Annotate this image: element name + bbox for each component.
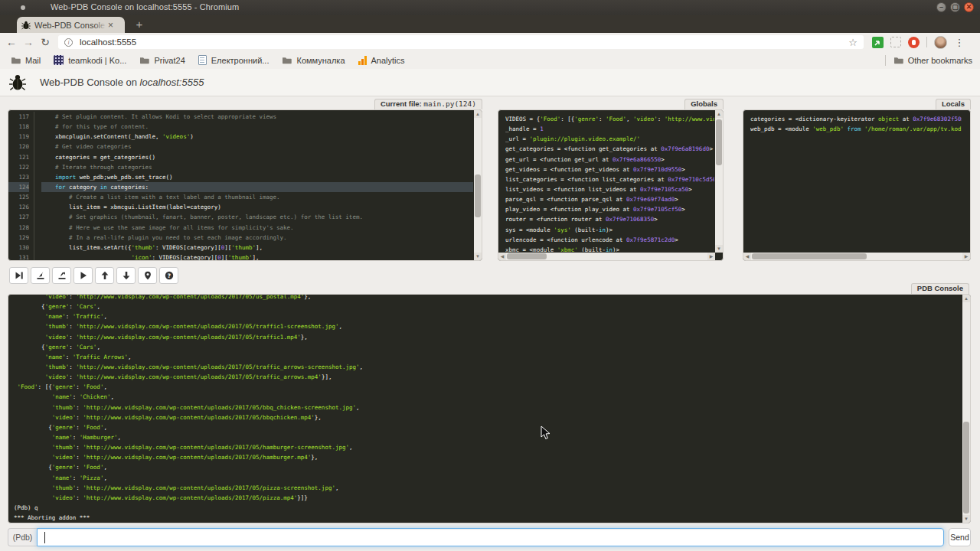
play-icon <box>79 271 88 280</box>
scroll-down-icon[interactable]: ▼ <box>474 253 482 260</box>
pdb-prompt-row: (Pdb) Send <box>8 528 971 546</box>
globals-panel: VIDEOS = {'Food': [{'genre': 'Food', 'vi… <box>498 109 724 261</box>
extension-placeholder-icon[interactable] <box>890 37 901 47</box>
line-number-gutter: 1171181191201211221231241251261271281291… <box>8 112 34 260</box>
extension-stop-icon[interactable] <box>908 37 920 48</box>
scroll-left-icon[interactable]: ◀ <box>743 253 751 260</box>
scroll-up-icon[interactable]: ▲ <box>474 110 482 118</box>
scroll-down-icon[interactable]: ▼ <box>715 245 723 253</box>
url-text[interactable]: localhost:5555 <box>80 37 136 47</box>
pdb-next-button[interactable] <box>9 267 28 284</box>
scroll-down-icon[interactable]: ▼ <box>962 515 970 523</box>
send-button[interactable]: Send <box>949 528 971 546</box>
folder-icon <box>139 56 149 64</box>
map-marker-icon <box>143 271 152 280</box>
bookmark-label: Електронний... <box>211 56 270 65</box>
bug-favicon-icon <box>21 21 31 30</box>
arrow-down-icon <box>122 271 131 280</box>
scroll-left-icon[interactable]: ◀ <box>498 253 506 260</box>
bookmark-label: Mail <box>25 56 41 65</box>
globals-vertical-scrollbar[interactable]: ▲ ▼ <box>715 110 723 253</box>
scroll-up-icon[interactable]: ▲ <box>715 110 723 118</box>
step-forward-icon <box>15 271 24 280</box>
locals-panel: categories = <dictionary-keyiterator obj… <box>743 109 971 261</box>
question-icon: ? <box>165 271 174 280</box>
pdb-up-button[interactable] <box>95 267 114 284</box>
scrollbar-thumb[interactable] <box>475 174 481 217</box>
folder-icon <box>11 56 21 64</box>
svg-text:?: ? <box>167 272 170 279</box>
bookmark-analytics[interactable]: Analytics <box>358 56 405 65</box>
tab-webpdb[interactable]: Web-PDB Console on loca × <box>17 17 125 33</box>
profile-avatar[interactable] <box>934 36 947 49</box>
new-tab-button[interactable]: + <box>132 19 147 31</box>
scrollbar-thumb[interactable] <box>716 119 722 165</box>
forward-icon[interactable]: → <box>20 36 37 48</box>
bookmark-label: Коммуналка <box>296 56 345 65</box>
minimize-button[interactable]: – <box>936 2 946 12</box>
text-caret <box>44 532 45 543</box>
analytics-icon <box>358 56 367 65</box>
globals-horizontal-scrollbar[interactable]: ◀ ▶ <box>498 253 715 260</box>
pdb-console-tag: PDB Console <box>911 283 969 294</box>
pdb-where-button[interactable] <box>138 267 157 284</box>
mouse-cursor <box>541 425 550 440</box>
current-file-panel: 1171181191201211221231241251261271281291… <box>8 109 482 261</box>
bookmark-teamkodi[interactable]: teamkodi | Ko... <box>54 55 126 65</box>
globals-content: VIDEOS = {'Food': [{'genre': 'Food', 'vi… <box>505 114 714 252</box>
page-title-host: localhost:5555 <box>140 77 204 88</box>
pdb-step-button[interactable] <box>31 267 50 284</box>
site-info-icon[interactable]: i <box>64 38 73 47</box>
step-into-icon <box>36 271 45 280</box>
window-app-dot-icon <box>21 5 25 10</box>
address-bar[interactable]: i localhost:5555 ☆ <box>58 35 864 49</box>
code-vertical-scrollbar[interactable]: ▲ ▼ <box>474 110 482 260</box>
maximize-button[interactable]: ▢ <box>950 2 960 12</box>
kodi-favicon <box>54 55 64 65</box>
pdb-return-button[interactable] <box>52 267 71 284</box>
back-icon[interactable]: ← <box>3 36 20 48</box>
window-titlebar: Web-PDB Console on localhost:5555 - Chro… <box>0 0 980 15</box>
page-header: Web-PDB Console on localhost:5555 <box>0 69 980 96</box>
source-code: # Set plugin content. It allows Kodi to … <box>34 112 473 260</box>
pdb-prompt-label: (Pdb) <box>8 528 37 546</box>
reload-icon[interactable]: ↻ <box>37 36 54 48</box>
web-pdb-page: Web-PDB Console on localhost:5555 Curren… <box>0 69 980 551</box>
tab-title: Web-PDB Console on loca <box>34 21 106 30</box>
close-button[interactable]: ✕ <box>964 2 974 12</box>
bookmark-star-icon[interactable]: ☆ <box>848 37 858 48</box>
bookmark-label: Privat24 <box>154 56 185 65</box>
page-title: Web-PDB Console on localhost:5555 <box>40 77 204 88</box>
scroll-up-icon[interactable]: ▲ <box>962 295 970 302</box>
pdb-command-input[interactable] <box>37 528 944 546</box>
toolbar-separator <box>926 37 927 47</box>
extension-green-icon[interactable] <box>872 37 884 48</box>
locals-horizontal-scrollbar[interactable]: ◀ ▶ <box>743 253 970 260</box>
tab-close-icon[interactable]: × <box>108 21 113 29</box>
web-pdb-logo-bug-icon <box>8 73 27 92</box>
browser-window: Web-PDB Console on localhost:5555 - Chro… <box>0 0 980 551</box>
bookmarks-separator <box>885 55 886 66</box>
scrollbar-thumb[interactable] <box>963 422 969 514</box>
console-vertical-scrollbar[interactable]: ▲ ▼ <box>962 295 970 523</box>
bookmark-label: teamkodi | Ko... <box>68 56 126 65</box>
pdb-down-button[interactable] <box>116 267 136 284</box>
bookmark-privat24[interactable]: Privat24 <box>139 56 185 65</box>
scrollbar-thumb[interactable] <box>752 253 867 259</box>
scroll-right-icon[interactable]: ▶ <box>962 253 970 260</box>
other-bookmarks-button[interactable]: Other bookmarks <box>893 56 972 65</box>
scrollbar-thumb[interactable] <box>507 253 547 259</box>
step-out-icon <box>57 271 67 280</box>
console-output: 'video': 'http://www.vidsplay.com/wp-con… <box>14 294 962 523</box>
pdb-help-button[interactable]: ? <box>159 267 178 284</box>
bookmark-elektronnyi[interactable]: Електронний... <box>198 55 270 65</box>
bookmark-kommunalka[interactable]: Коммуналка <box>282 56 345 65</box>
globals-tag: Globals <box>684 99 724 109</box>
folder-icon <box>893 56 903 64</box>
current-file-tag: Current file: main.py(124) <box>374 99 482 109</box>
pdb-continue-button[interactable] <box>74 267 93 284</box>
browser-menu-icon[interactable]: ⋮ <box>954 37 965 48</box>
document-icon <box>198 55 207 65</box>
bookmark-mail[interactable]: Mail <box>11 56 41 65</box>
scroll-right-icon[interactable]: ▶ <box>707 253 715 260</box>
